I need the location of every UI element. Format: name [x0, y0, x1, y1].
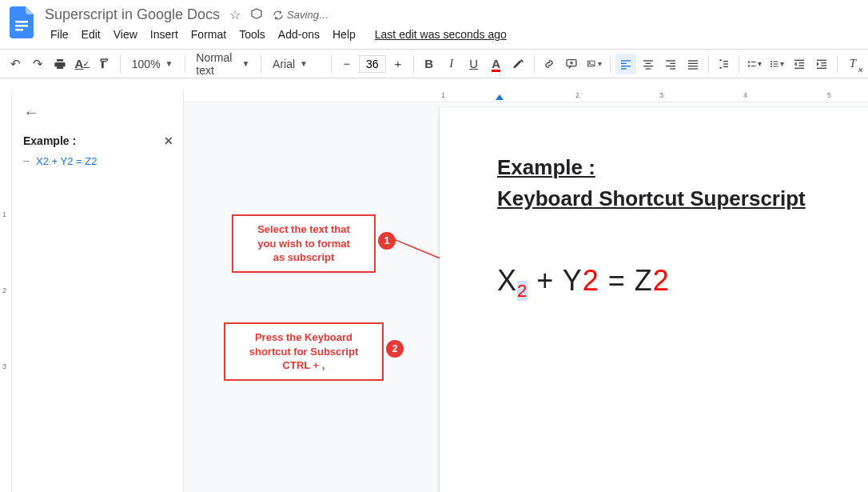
document-title[interactable]: Superscript in Google Docs [45, 6, 220, 23]
add-comment-icon[interactable] [561, 54, 582, 74]
docs-logo[interactable] [6, 6, 38, 38]
toolbar: ↶ ↷ A✓ 100%▼ Normal text▼ Arial▼ − + B I… [0, 49, 868, 78]
callout-number-2: 2 [386, 340, 404, 358]
svg-rect-34 [774, 66, 778, 66]
italic-icon[interactable]: I [441, 54, 462, 74]
svg-rect-18 [688, 60, 698, 61]
align-center-icon[interactable] [638, 54, 659, 74]
selected-text: 2 [517, 281, 528, 301]
menu-view[interactable]: View [108, 25, 143, 44]
svg-rect-12 [643, 66, 653, 66]
divider [413, 55, 414, 73]
callout-number-1: 1 [378, 232, 396, 250]
svg-rect-17 [670, 68, 675, 69]
move-icon[interactable] [250, 7, 263, 23]
align-justify-icon[interactable] [683, 54, 703, 74]
svg-rect-7 [621, 62, 627, 63]
svg-rect-25 [748, 61, 750, 62]
svg-point-30 [770, 63, 772, 65]
menu-addons[interactable]: Add-ons [273, 25, 325, 44]
insert-link-icon[interactable] [539, 54, 559, 74]
workspace: 1 2 3 ← Example : ✕ X2 + Y2 = Z2 1 2 3 4… [0, 90, 868, 492]
align-left-icon[interactable] [615, 54, 636, 74]
decrease-indent-icon[interactable] [789, 54, 810, 74]
svg-rect-9 [621, 68, 627, 69]
divider [534, 55, 535, 73]
style-dropdown[interactable]: Normal text▼ [189, 54, 256, 74]
svg-rect-22 [723, 61, 728, 62]
svg-point-29 [770, 61, 772, 62]
redo-icon[interactable]: ↷ [27, 54, 48, 74]
doc-equation[interactable]: X2 + Y2 = Z2 [497, 264, 868, 302]
menu-edit[interactable]: Edit [76, 25, 106, 44]
outline-item-label: X2 + Y2 = Z2 [36, 155, 97, 167]
undo-icon[interactable]: ↶ [5, 54, 26, 74]
svg-rect-2 [15, 29, 23, 31]
menu-insert[interactable]: Insert [145, 25, 184, 44]
doc-heading-line2[interactable]: Keyboard Shortcut Superscript [497, 183, 868, 214]
menu-help[interactable]: Help [327, 25, 361, 44]
divider [261, 55, 261, 73]
outline-panel: ← Example : ✕ X2 + Y2 = Z2 [12, 90, 184, 492]
svg-rect-20 [688, 66, 698, 66]
svg-point-31 [770, 66, 772, 67]
svg-rect-14 [666, 60, 675, 61]
star-icon[interactable]: ☆ [229, 7, 241, 22]
font-size-input[interactable] [359, 55, 386, 73]
svg-rect-21 [688, 68, 698, 69]
clear-formatting-icon[interactable]: T✕ [842, 54, 863, 74]
bulleted-list-icon[interactable]: ▾ [766, 54, 787, 74]
divider [708, 55, 709, 73]
divider [739, 55, 739, 73]
underline-icon[interactable]: U [464, 54, 484, 74]
outline-back-icon[interactable]: ← [23, 103, 173, 122]
doc-heading-line1[interactable]: Example : [497, 152, 868, 183]
paint-format-icon[interactable] [94, 54, 115, 74]
svg-rect-16 [666, 66, 675, 66]
increase-indent-icon[interactable] [811, 54, 832, 74]
svg-rect-13 [645, 68, 651, 69]
text-color-icon[interactable]: A [486, 54, 507, 74]
line-spacing-icon[interactable] [713, 54, 734, 74]
align-right-icon[interactable] [660, 54, 681, 74]
svg-rect-39 [817, 59, 826, 60]
indent-marker-icon[interactable] [496, 94, 504, 100]
callout-1: Select the text that you wish to format … [232, 214, 376, 273]
zoom-dropdown[interactable]: 100%▼ [125, 54, 180, 74]
horizontal-ruler[interactable]: 1 2 3 4 5 [184, 90, 868, 102]
svg-rect-38 [794, 67, 804, 68]
vertical-ruler: 1 2 3 [0, 90, 12, 492]
outline-item[interactable]: X2 + Y2 = Z2 [23, 147, 173, 167]
checklist-icon[interactable]: ▾ [744, 54, 765, 74]
insert-image-icon[interactable]: ▾ [583, 54, 604, 74]
svg-rect-32 [774, 61, 778, 62]
document-page[interactable]: Example : Keyboard Shortcut Superscript … [440, 107, 868, 492]
svg-rect-36 [799, 62, 805, 63]
bold-icon[interactable]: B [419, 54, 440, 74]
menu-format[interactable]: Format [185, 25, 232, 44]
divider [837, 55, 838, 73]
svg-rect-27 [751, 62, 756, 62]
spellcheck-icon[interactable]: A✓ [72, 54, 93, 74]
decrease-font-icon[interactable]: − [336, 54, 357, 74]
menu-file[interactable]: File [45, 25, 74, 44]
divider [120, 55, 121, 73]
svg-rect-33 [774, 63, 778, 64]
highlight-icon[interactable] [508, 54, 529, 74]
outline-heading-row[interactable]: Example : ✕ [23, 134, 173, 147]
menu-tools[interactable]: Tools [233, 25, 271, 44]
canvas: Select the text that you wish to format … [184, 102, 868, 492]
svg-rect-35 [794, 59, 804, 60]
close-icon[interactable]: ✕ [164, 134, 173, 147]
svg-rect-6 [621, 60, 631, 61]
last-edit-link[interactable]: Last edit was seconds ago [369, 25, 512, 44]
saving-status: Saving… [273, 9, 329, 21]
divider [185, 55, 185, 73]
print-icon[interactable] [50, 54, 70, 74]
callout-2: Press the Keyboard shortcut for Subscrip… [224, 322, 384, 381]
divider [331, 55, 332, 73]
increase-font-icon[interactable]: + [388, 54, 408, 74]
outline-dash-icon [23, 161, 30, 162]
svg-rect-15 [670, 62, 675, 63]
font-dropdown[interactable]: Arial▼ [266, 54, 326, 74]
